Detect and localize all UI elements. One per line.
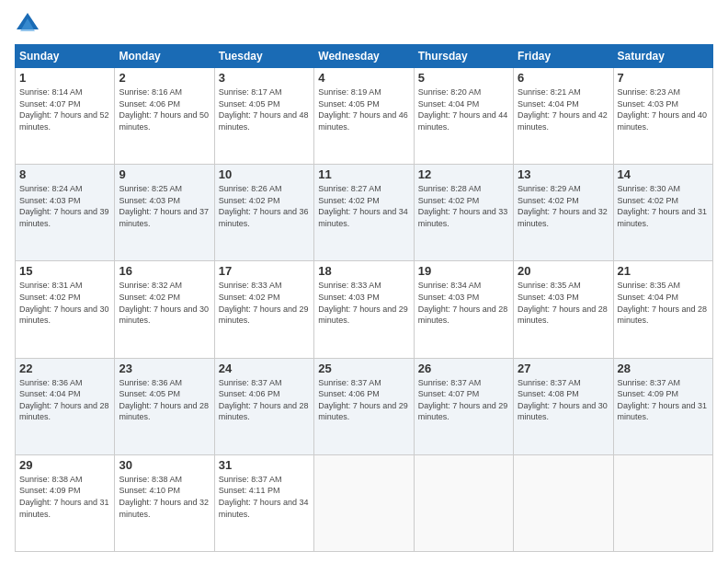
- calendar-cell: 10 Sunrise: 8:26 AM Sunset: 4:02 PM Dayl…: [214, 165, 313, 261]
- day-info: Sunrise: 8:38 AM Sunset: 4:09 PM Dayligh…: [19, 474, 110, 520]
- calendar-cell: 11 Sunrise: 8:27 AM Sunset: 4:02 PM Dayl…: [314, 165, 414, 261]
- calendar-cell: [613, 454, 712, 551]
- calendar-cell: 24 Sunrise: 8:37 AM Sunset: 4:06 PM Dayl…: [214, 358, 313, 454]
- calendar-cell: 18 Sunrise: 8:33 AM Sunset: 4:03 PM Dayl…: [314, 261, 414, 358]
- day-number: 18: [318, 264, 409, 278]
- day-info: Sunrise: 8:33 AM Sunset: 4:03 PM Dayligh…: [318, 280, 409, 326]
- calendar-cell: 8 Sunrise: 8:24 AM Sunset: 4:03 PM Dayli…: [16, 165, 115, 261]
- week-row-4: 22 Sunrise: 8:36 AM Sunset: 4:04 PM Dayl…: [16, 358, 713, 454]
- calendar-table: SundayMondayTuesdayWednesdayThursdayFrid…: [15, 44, 713, 552]
- calendar-cell: 23 Sunrise: 8:36 AM Sunset: 4:05 PM Dayl…: [115, 358, 214, 454]
- day-number: 26: [418, 362, 509, 375]
- day-number: 9: [119, 167, 210, 181]
- day-info: Sunrise: 8:27 AM Sunset: 4:02 PM Dayligh…: [318, 183, 409, 229]
- day-info: Sunrise: 8:28 AM Sunset: 4:02 PM Dayligh…: [418, 183, 509, 229]
- calendar-cell: 12 Sunrise: 8:28 AM Sunset: 4:02 PM Dayl…: [414, 165, 513, 261]
- day-number: 11: [318, 167, 409, 181]
- day-info: Sunrise: 8:36 AM Sunset: 4:05 PM Dayligh…: [119, 377, 210, 423]
- calendar-cell: 22 Sunrise: 8:36 AM Sunset: 4:04 PM Dayl…: [16, 358, 115, 454]
- day-info: Sunrise: 8:38 AM Sunset: 4:10 PM Dayligh…: [119, 474, 210, 520]
- header: [15, 11, 713, 37]
- day-info: Sunrise: 8:32 AM Sunset: 4:02 PM Dayligh…: [119, 280, 210, 326]
- day-info: Sunrise: 8:20 AM Sunset: 4:04 PM Dayligh…: [418, 86, 509, 132]
- day-info: Sunrise: 8:37 AM Sunset: 4:07 PM Dayligh…: [418, 377, 509, 423]
- calendar-cell: 1 Sunrise: 8:14 AM Sunset: 4:07 PM Dayli…: [16, 68, 115, 165]
- calendar-cell: 27 Sunrise: 8:37 AM Sunset: 4:08 PM Dayl…: [514, 358, 613, 454]
- calendar-cell: 25 Sunrise: 8:37 AM Sunset: 4:06 PM Dayl…: [314, 358, 414, 454]
- weekday-sunday: Sunday: [16, 45, 115, 68]
- calendar-cell: 16 Sunrise: 8:32 AM Sunset: 4:02 PM Dayl…: [115, 261, 214, 358]
- day-info: Sunrise: 8:21 AM Sunset: 4:04 PM Dayligh…: [518, 86, 609, 132]
- day-number: 19: [418, 264, 509, 278]
- calendar-cell: [514, 454, 613, 551]
- calendar-cell: 21 Sunrise: 8:35 AM Sunset: 4:04 PM Dayl…: [613, 261, 712, 358]
- day-number: 25: [318, 362, 409, 375]
- calendar-cell: 2 Sunrise: 8:16 AM Sunset: 4:06 PM Dayli…: [115, 68, 214, 165]
- weekday-tuesday: Tuesday: [214, 45, 313, 68]
- day-number: 16: [119, 264, 210, 278]
- day-number: 20: [518, 264, 609, 278]
- day-number: 31: [219, 458, 310, 472]
- day-number: 30: [119, 458, 210, 472]
- calendar-cell: 9 Sunrise: 8:25 AM Sunset: 4:03 PM Dayli…: [115, 165, 214, 261]
- day-number: 28: [618, 362, 709, 375]
- calendar-cell: 15 Sunrise: 8:31 AM Sunset: 4:02 PM Dayl…: [16, 261, 115, 358]
- day-number: 24: [219, 362, 310, 375]
- calendar-cell: 29 Sunrise: 8:38 AM Sunset: 4:09 PM Dayl…: [16, 454, 115, 551]
- calendar-cell: 26 Sunrise: 8:37 AM Sunset: 4:07 PM Dayl…: [414, 358, 513, 454]
- day-number: 14: [618, 167, 709, 181]
- day-info: Sunrise: 8:37 AM Sunset: 4:09 PM Dayligh…: [618, 377, 709, 423]
- day-number: 27: [518, 362, 609, 375]
- day-info: Sunrise: 8:25 AM Sunset: 4:03 PM Dayligh…: [119, 183, 210, 229]
- day-number: 1: [19, 71, 110, 85]
- day-number: 23: [119, 362, 210, 375]
- day-number: 29: [19, 458, 110, 472]
- weekday-thursday: Thursday: [414, 45, 513, 68]
- week-row-5: 29 Sunrise: 8:38 AM Sunset: 4:09 PM Dayl…: [16, 454, 713, 551]
- day-number: 21: [618, 264, 709, 278]
- day-number: 12: [418, 167, 509, 181]
- day-info: Sunrise: 8:23 AM Sunset: 4:03 PM Dayligh…: [618, 86, 709, 132]
- page: SundayMondayTuesdayWednesdayThursdayFrid…: [0, 0, 728, 563]
- calendar-cell: 4 Sunrise: 8:19 AM Sunset: 4:05 PM Dayli…: [314, 68, 414, 165]
- day-info: Sunrise: 8:36 AM Sunset: 4:04 PM Dayligh…: [19, 377, 110, 423]
- day-number: 3: [219, 71, 310, 85]
- calendar-cell: 30 Sunrise: 8:38 AM Sunset: 4:10 PM Dayl…: [115, 454, 214, 551]
- weekday-wednesday: Wednesday: [314, 45, 414, 68]
- calendar-cell: [314, 454, 414, 551]
- day-number: 22: [19, 362, 110, 375]
- weekday-header-row: SundayMondayTuesdayWednesdayThursdayFrid…: [16, 45, 713, 68]
- calendar-cell: 5 Sunrise: 8:20 AM Sunset: 4:04 PM Dayli…: [414, 68, 513, 165]
- calendar-cell: 31 Sunrise: 8:37 AM Sunset: 4:11 PM Dayl…: [214, 454, 313, 551]
- weekday-friday: Friday: [514, 45, 613, 68]
- week-row-3: 15 Sunrise: 8:31 AM Sunset: 4:02 PM Dayl…: [16, 261, 713, 358]
- calendar-cell: 19 Sunrise: 8:34 AM Sunset: 4:03 PM Dayl…: [414, 261, 513, 358]
- day-number: 2: [119, 71, 210, 85]
- day-info: Sunrise: 8:19 AM Sunset: 4:05 PM Dayligh…: [318, 86, 409, 132]
- calendar-cell: 28 Sunrise: 8:37 AM Sunset: 4:09 PM Dayl…: [613, 358, 712, 454]
- day-info: Sunrise: 8:31 AM Sunset: 4:02 PM Dayligh…: [19, 280, 110, 326]
- day-number: 4: [318, 71, 409, 85]
- day-info: Sunrise: 8:37 AM Sunset: 4:06 PM Dayligh…: [219, 377, 310, 423]
- calendar-cell: 6 Sunrise: 8:21 AM Sunset: 4:04 PM Dayli…: [514, 68, 613, 165]
- calendar-cell: 20 Sunrise: 8:35 AM Sunset: 4:03 PM Dayl…: [514, 261, 613, 358]
- day-number: 5: [418, 71, 509, 85]
- day-info: Sunrise: 8:24 AM Sunset: 4:03 PM Dayligh…: [19, 183, 110, 229]
- day-info: Sunrise: 8:16 AM Sunset: 4:06 PM Dayligh…: [119, 86, 210, 132]
- day-info: Sunrise: 8:26 AM Sunset: 4:02 PM Dayligh…: [219, 183, 310, 229]
- day-info: Sunrise: 8:35 AM Sunset: 4:03 PM Dayligh…: [518, 280, 609, 326]
- day-info: Sunrise: 8:30 AM Sunset: 4:02 PM Dayligh…: [618, 183, 709, 229]
- calendar-cell: 13 Sunrise: 8:29 AM Sunset: 4:02 PM Dayl…: [514, 165, 613, 261]
- day-number: 10: [219, 167, 310, 181]
- weekday-monday: Monday: [115, 45, 214, 68]
- day-number: 7: [618, 71, 709, 85]
- day-number: 15: [19, 264, 110, 278]
- weekday-saturday: Saturday: [613, 45, 712, 68]
- day-info: Sunrise: 8:35 AM Sunset: 4:04 PM Dayligh…: [618, 280, 709, 326]
- day-info: Sunrise: 8:37 AM Sunset: 4:11 PM Dayligh…: [219, 474, 310, 520]
- calendar-cell: 7 Sunrise: 8:23 AM Sunset: 4:03 PM Dayli…: [613, 68, 712, 165]
- day-info: Sunrise: 8:14 AM Sunset: 4:07 PM Dayligh…: [19, 86, 110, 132]
- calendar-cell: 17 Sunrise: 8:33 AM Sunset: 4:02 PM Dayl…: [214, 261, 313, 358]
- day-number: 8: [19, 167, 110, 181]
- logo-icon: [15, 11, 40, 37]
